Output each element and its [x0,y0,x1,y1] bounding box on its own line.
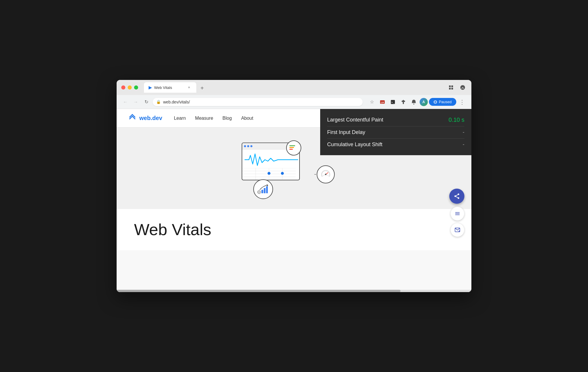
scrollbar[interactable] [117,290,471,292]
puzzle-icon[interactable] [399,97,408,107]
svg-rect-0 [449,85,451,87]
svg-point-11 [434,101,437,103]
main-nav: Learn Measure Blog About [174,116,253,121]
share-icon [454,193,460,199]
logo-text: web.dev [139,115,162,121]
svg-point-10 [413,103,414,104]
address-bar: ← → ↻ 🔒 ☆ LH >_ [117,95,471,109]
list-icon [455,211,460,217]
address-input[interactable] [153,98,363,106]
forward-button[interactable]: → [132,98,140,106]
svg-rect-23 [289,145,295,146]
svg-point-21 [268,172,270,175]
svg-rect-2 [449,88,451,90]
email-icon [455,227,460,233]
page-content: web.dev Learn Measure Blog About Search … [117,109,471,292]
paused-button[interactable]: Paused [429,98,456,106]
grid-svg [242,168,296,180]
svg-point-31 [325,174,327,175]
svg-rect-25 [289,149,293,150]
refresh-button[interactable]: ↻ [142,98,150,106]
dot1 [244,145,246,147]
extension2-icon[interactable]: >_ [388,97,398,107]
title-bar-right [447,83,455,92]
vitals-cls-value: - [463,142,464,148]
svg-rect-9 [403,103,404,104]
list-action-button[interactable] [450,207,464,221]
dot3 [250,145,252,147]
svg-point-33 [455,195,456,197]
speedometer-circle [317,165,335,183]
new-tab-button[interactable]: + [197,83,207,93]
paused-label: Paused [439,100,452,104]
tab-close-button[interactable]: × [186,85,192,90]
svg-rect-1 [451,85,453,87]
vitals-fid-row: First Input Delay - [327,126,464,138]
title-bar: ▶ Web Vitals × + [117,80,471,95]
svg-point-34 [458,197,459,199]
svg-rect-3 [451,88,453,90]
lock-icon: 🔒 [156,100,161,104]
address-right-icons: ☆ LH >_ [367,97,467,107]
logo-icon [128,113,136,123]
vitals-lcp-row: Largest Contentful Paint 0.10 s [327,114,464,126]
minimize-button[interactable] [128,85,132,90]
speedometer-icon [320,169,332,180]
svg-point-32 [458,194,459,195]
vitals-cls-label: Cumulative Layout Shift [327,142,382,148]
email-action-button[interactable] [450,223,464,237]
traffic-lights [121,85,138,90]
tab-bar: ▶ Web Vitals × + [144,82,443,93]
active-tab[interactable]: ▶ Web Vitals × [144,82,196,93]
address-container: 🔒 [153,98,363,106]
dot2 [247,145,249,147]
nav-blog[interactable]: Blog [222,116,232,121]
svg-rect-40 [456,212,457,213]
vitals-cls-row: Cumulative Layout Shift - [327,138,464,151]
profile-dropdown-icon [459,83,467,92]
svg-line-36 [456,195,458,196]
back-button[interactable]: ← [121,98,129,106]
svg-rect-28 [264,188,266,193]
tab-title: Web Vitals [154,85,172,90]
vitals-lcp-label: Largest Contentful Paint [327,117,383,123]
chart-circle [253,179,273,199]
vitals-fid-label: First Input Delay [327,129,365,135]
svg-point-26 [257,190,261,194]
svg-rect-27 [261,190,263,193]
site-logo[interactable]: web.dev [128,113,162,123]
bars-icon [289,145,298,151]
nav-measure[interactable]: Measure [195,116,213,121]
bottom-section: Web Vitals [117,209,471,250]
maximize-button[interactable] [134,85,138,90]
nav-learn[interactable]: Learn [174,116,186,121]
vitals-lcp-value: 0.10 s [449,117,464,123]
star-icon[interactable]: ☆ [367,97,377,107]
svg-text:LH: LH [381,101,384,104]
svg-text:>_: >_ [391,101,394,104]
extension1-icon[interactable]: LH [378,97,387,107]
extensions-icon [447,83,455,92]
svg-line-35 [456,196,458,198]
profile-icon[interactable]: A [420,98,428,106]
chart-icon [257,184,270,194]
svg-rect-29 [266,186,268,193]
close-button[interactable] [121,85,125,90]
share-fab-button[interactable] [449,189,464,204]
vitals-overlay: Largest Contentful Paint 0.10 s First In… [320,109,471,155]
vitals-fid-value: - [463,129,464,135]
more-menu-button[interactable]: ⋮ [457,97,467,107]
notification-icon[interactable] [409,97,418,107]
page-title: Web Vitals [134,221,454,239]
bars-circle [286,140,301,155]
scrollbar-thumb[interactable] [117,290,400,292]
nav-about[interactable]: About [241,116,253,121]
tab-favicon-icon: ▶ [149,85,152,90]
svg-rect-24 [289,147,294,148]
browser-window: ▶ Web Vitals × + ← [117,80,471,292]
svg-point-22 [281,172,284,175]
